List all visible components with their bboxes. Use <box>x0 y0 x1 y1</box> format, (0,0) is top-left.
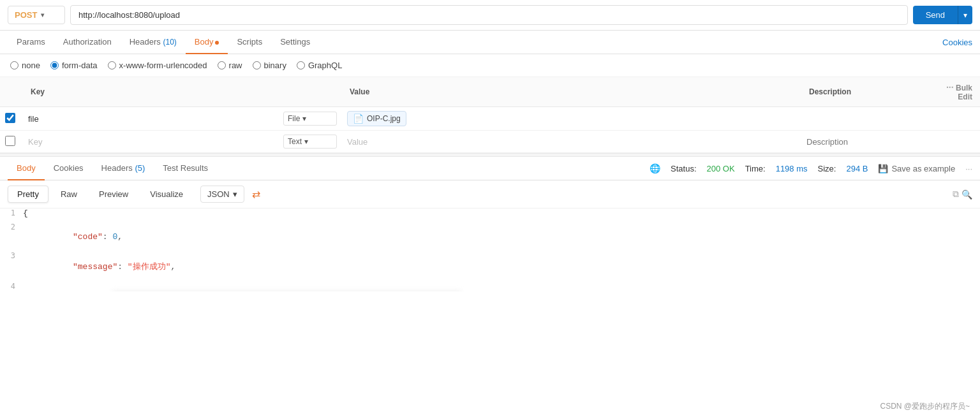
tab-headers[interactable]: Headers (10) <box>121 31 186 54</box>
new-type-chevron-icon: ▾ <box>304 137 308 146</box>
row-type-select[interactable]: File ▾ <box>283 112 337 126</box>
size-label: Size: <box>818 164 836 173</box>
send-arrow-button[interactable]: ▾ <box>958 6 972 24</box>
status-value: 200 OK <box>707 164 735 173</box>
code-line-2: 2 "code": 0, <box>0 223 980 251</box>
raw-button[interactable]: Raw <box>51 186 87 203</box>
tab-params[interactable]: Params <box>8 31 54 54</box>
row-value-cell: 📄 OIP-C.jpg <box>342 107 801 131</box>
time-value: 1198 ms <box>776 164 808 173</box>
radio-none[interactable]: none <box>10 61 40 70</box>
table-row: File ▾ 📄 OIP-C.jpg <box>0 107 980 131</box>
radio-binary[interactable]: binary <box>253 61 286 70</box>
request-tab-bar: Params Authorization Headers (10) Body S… <box>0 31 980 54</box>
code-line-1: 1 { <box>0 208 980 223</box>
method-label: POST <box>15 10 37 20</box>
col-key-header: Key <box>23 77 278 107</box>
tab-settings[interactable]: Settings <box>271 31 319 54</box>
line-content-4: "data": <box>23 282 461 291</box>
code-line-4: 4 "data": <box>0 282 980 291</box>
response-tab-test-results[interactable]: Test Results <box>154 157 217 180</box>
col-value-header: Value <box>342 77 801 107</box>
radio-graphql[interactable]: GraphQL <box>297 61 342 70</box>
pretty-button[interactable]: Pretty <box>8 186 48 203</box>
new-row-checkbox[interactable] <box>5 136 15 146</box>
save-example-button[interactable]: 💾 Save as example <box>878 164 955 173</box>
new-row-key-cell <box>23 131 278 153</box>
params-table: Key Value Description ··· Bulk Edit <box>0 77 980 153</box>
url-input[interactable] <box>70 5 908 25</box>
search-button[interactable]: 🔍 <box>961 189 972 200</box>
row-checkbox[interactable] <box>5 113 15 123</box>
body-type-row: none form-data x-www-form-urlencoded raw… <box>0 54 980 77</box>
line-num-2: 2 <box>0 223 23 231</box>
save-icon: 💾 <box>878 164 888 173</box>
more-icon[interactable]: ··· <box>965 164 972 173</box>
json-chevron-icon: ▾ <box>233 189 237 199</box>
response-tab-cookies[interactable]: Cookies <box>45 157 93 180</box>
copy-button[interactable]: ⧉ <box>953 189 959 200</box>
line-content-2: "code": 0, <box>23 223 122 251</box>
new-row-desc-cell <box>801 131 929 153</box>
code-line-3: 3 "message": "操作成功", <box>0 251 980 282</box>
ellipsis-icon[interactable]: ··· <box>946 82 954 92</box>
params-table-wrapper: Key Value Description ··· Bulk Edit <box>0 77 980 153</box>
size-value: 294 B <box>846 164 868 173</box>
send-group: Send ▾ <box>913 6 972 24</box>
new-row-value-cell <box>342 131 801 153</box>
line-num-1: 1 <box>0 208 23 217</box>
visualize-button[interactable]: Visualize <box>140 186 193 203</box>
send-button[interactable]: Send <box>913 6 958 24</box>
row-desc-input[interactable] <box>806 114 924 124</box>
line-num-4: 4 <box>0 282 23 291</box>
method-chevron-icon: ▾ <box>41 11 44 18</box>
radio-urlencoded[interactable]: x-www-form-urlencoded <box>108 61 207 70</box>
row-type-cell: File ▾ <box>278 107 342 131</box>
new-row-key-input[interactable] <box>28 137 273 147</box>
new-row-checkbox-cell <box>0 131 23 153</box>
tab-body[interactable]: Body <box>186 31 228 54</box>
response-tab-bar: Body Cookies Headers (5) Test Results 🌐 … <box>0 157 980 180</box>
type-chevron-icon: ▾ <box>302 114 306 123</box>
tab-authorization[interactable]: Authorization <box>54 31 121 54</box>
col-type-header <box>278 77 342 107</box>
tab-scripts[interactable]: Scripts <box>228 31 271 54</box>
cookies-link[interactable]: Cookies <box>942 38 972 47</box>
body-dot <box>215 41 219 45</box>
new-row-type-cell: Text ▾ <box>278 131 342 153</box>
status-label: Status: <box>671 164 696 173</box>
col-check-header <box>0 77 23 107</box>
response-meta: 🌐 Status: 200 OK Time: 1198 ms Size: 294… <box>650 163 972 173</box>
line-content-3: "message": "操作成功", <box>23 251 175 282</box>
method-select[interactable]: POST ▾ <box>8 6 65 24</box>
globe-icon: 🌐 <box>650 163 660 173</box>
code-view: 1 { 2 "code": 0, 3 "message": "操作成功", 4 … <box>0 208 980 291</box>
row-desc-cell <box>801 107 929 131</box>
new-row-type-select[interactable]: Text ▾ <box>283 135 337 149</box>
wrap-button[interactable]: ⇄ <box>252 188 260 200</box>
file-icon: 📄 <box>353 113 364 124</box>
response-tab-headers[interactable]: Headers (5) <box>93 157 154 180</box>
preview-button[interactable]: Preview <box>89 186 138 203</box>
row-key-cell <box>23 107 278 131</box>
bulk-edit-button[interactable]: Bulk Edit <box>956 84 972 101</box>
file-name: OIP-C.jpg <box>367 114 401 123</box>
table-row-new: Text ▾ <box>0 131 980 153</box>
new-row-value-input[interactable] <box>347 137 796 147</box>
col-actions-header: ··· Bulk Edit <box>929 77 980 107</box>
new-row-desc-input[interactable] <box>806 137 924 147</box>
top-bar: POST ▾ Send ▾ <box>0 0 980 31</box>
json-format-select[interactable]: JSON ▾ <box>200 186 244 203</box>
response-tab-body[interactable]: Body <box>8 157 45 180</box>
file-badge: 📄 OIP-C.jpg <box>347 111 406 126</box>
time-label: Time: <box>745 164 766 173</box>
row-key-input[interactable] <box>28 114 273 124</box>
col-desc-header: Description <box>801 77 929 107</box>
row-checkbox-cell <box>0 107 23 131</box>
new-row-actions-cell <box>929 131 980 153</box>
radio-raw[interactable]: raw <box>218 61 242 70</box>
format-toolbar: Pretty Raw Preview Visualize JSON ▾ ⇄ ⧉ … <box>0 180 980 208</box>
line-num-3: 3 <box>0 251 23 260</box>
radio-form-data[interactable]: form-data <box>50 61 98 70</box>
line-content-1: { <box>23 208 28 218</box>
